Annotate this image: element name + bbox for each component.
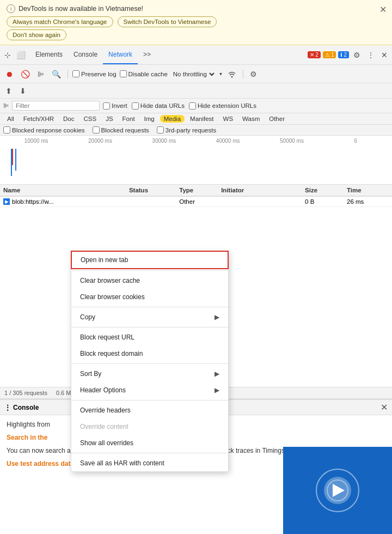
type-pill-media[interactable]: Media [160,115,185,123]
timeline-label-4: 50000 ms [260,138,323,144]
ctx-block-domain[interactable]: Block request domain [71,345,228,362]
search-title-link[interactable]: Search in the [7,434,47,441]
preserve-log-label[interactable]: Preserve log [72,70,117,77]
row-type: Other [179,198,221,205]
hide-extension-urls-label[interactable]: Hide extension URLs [189,102,256,110]
type-filter-row: AllFetch/XHRDocCSSJSFontImgMediaManifest… [0,113,392,125]
type-pill-doc[interactable]: Doc [59,115,78,123]
throttle-select[interactable]: No throttling [171,70,216,78]
timeline-chart [4,146,388,179]
header-options-arrow-icon: ▶ [215,386,219,394]
tab-more[interactable]: >> [138,45,156,64]
filter-icon-button[interactable]: ⊫ [35,69,46,80]
type-pill-js[interactable]: JS [102,115,117,123]
timeline-label-1: 20000 ms [68,138,132,144]
wifi-icon-button[interactable] [225,69,238,80]
info-icon: i [7,4,15,13]
close-devtools-button[interactable]: ✕ [379,50,390,60]
col-header-status[interactable]: Status [129,187,179,193]
type-pill-all[interactable]: All [3,115,18,123]
table-header: Name Status Type Initiator Size Time [0,185,392,197]
filter-checks: Invert Hide data URLs Hide extension URL… [103,102,256,110]
copy-arrow-icon: ▶ [215,313,219,321]
timeline-bar-3 [12,149,13,165]
ctx-header-options[interactable]: Header Options ▶ [71,382,228,398]
filter-input[interactable] [16,102,96,109]
preserve-log-checkbox[interactable] [72,70,79,77]
ctx-save-har[interactable]: Save all as HAR with content [71,455,228,471]
invert-checkbox[interactable] [103,102,110,110]
invert-label[interactable]: Invert [103,102,127,110]
ctx-clear-cookies[interactable]: Clear browser cookies [71,289,228,305]
timeline-label-0: 10000 ms [4,138,68,144]
notification-buttons: Always match Chrome's language Switch De… [7,16,385,27]
ctx-override-headers[interactable]: Override headers [71,402,228,418]
match-language-button[interactable]: Always match Chrome's language [7,16,113,27]
ctx-show-overrides[interactable]: Show all overrides [71,435,228,451]
blocked-requests-label[interactable]: Blocked requests [93,126,149,134]
ctx-separator-3 [71,327,228,327]
timeline-label-5: 6 [324,138,388,144]
more-options-button[interactable]: ⋮ [365,50,377,60]
type-pill-css[interactable]: CSS [79,115,100,123]
upload-button[interactable]: ⬆ [3,86,14,96]
ctx-separator-6 [71,453,228,453]
type-pill-other[interactable]: Other [265,115,289,123]
disable-cache-label[interactable]: Disable cache [120,70,168,77]
timeline-labels: 10000 ms20000 ms30000 ms40000 ms50000 ms… [0,136,392,146]
col-header-name[interactable]: Name [3,187,129,193]
ctx-copy[interactable]: Copy ▶ [71,309,228,325]
devtools-tabs: ⊹ ⬜ Elements Console Network >> ✕ 2 ⚠ 1 … [0,45,392,65]
type-pill-fetch/xhr[interactable]: Fetch/XHR [20,115,58,123]
tab-console[interactable]: Console [68,45,103,64]
requests-count: 1 / 305 requests [4,390,47,396]
col-header-time[interactable]: Time [347,187,389,193]
type-pill-ws[interactable]: WS [219,115,237,123]
switch-language-button[interactable]: Switch DevTools to Vietnamese [118,16,217,27]
download-button[interactable]: ⬇ [17,86,28,96]
filter-icon: ⊫ [3,102,9,110]
blocked-requests-checkbox[interactable] [93,126,100,134]
type-pill-wasm[interactable]: Wasm [238,115,264,123]
settings-button[interactable]: ⚙ [351,50,363,60]
toolbar-divider-2 [243,70,243,78]
ctx-block-url[interactable]: Block request URL [71,329,228,345]
col-header-initiator[interactable]: Initiator [221,187,305,193]
tab-network[interactable]: Network [103,45,138,64]
clear-button[interactable]: 🚫 [19,69,32,80]
ctx-separator-1 [71,270,228,271]
ctx-open-new-tab[interactable]: Open in new tab [71,251,229,269]
bottom-panel-close-button[interactable]: ✕ [381,402,388,412]
blocked-response-checkbox[interactable] [3,126,10,134]
ctx-separator-2 [71,307,228,307]
type-pill-img[interactable]: Img [140,115,158,123]
third-party-checkbox[interactable] [157,126,164,134]
blocked-response-label[interactable]: Blocked response cookies [3,126,85,134]
error-badge: ✕ 2 [308,51,321,58]
notification-close-button[interactable]: ✕ [379,4,387,15]
ctx-separator-4 [71,363,228,364]
row-time: 26 ms [347,198,389,205]
warning-badge: ⚠ 1 [323,51,336,58]
search-network-button[interactable]: 🔍 [50,69,63,80]
dont-show-button[interactable]: Don't show again [7,29,66,40]
context-menu: Open in new tab Clear browser cache Clea… [71,251,229,472]
ctx-sort-by[interactable]: Sort By ▶ [71,366,228,382]
inspect-icon[interactable]: ⊹ [2,48,13,62]
tab-elements[interactable]: Elements [30,45,68,64]
hide-data-urls-checkbox[interactable] [132,102,139,110]
table-row[interactable]: ▶ blob:https://w... Other 0 B 26 ms [0,197,392,207]
network-settings-button[interactable]: ⚙ [248,69,259,80]
device-icon[interactable]: ⬜ [14,48,28,62]
disable-cache-checkbox[interactable] [120,70,127,77]
hide-extension-urls-checkbox[interactable] [189,102,196,110]
extra-checks-row: Blocked response cookies Blocked request… [0,125,392,136]
hide-data-urls-label[interactable]: Hide data URLs [132,102,185,110]
col-header-size[interactable]: Size [305,187,347,193]
type-pill-manifest[interactable]: Manifest [186,115,217,123]
col-header-type[interactable]: Type [179,187,221,193]
ctx-clear-cache[interactable]: Clear browser cache [71,272,228,289]
record-button[interactable]: ⏺ [3,69,15,80]
type-pill-font[interactable]: Font [119,115,139,123]
third-party-label[interactable]: 3rd-party requests [157,126,216,134]
